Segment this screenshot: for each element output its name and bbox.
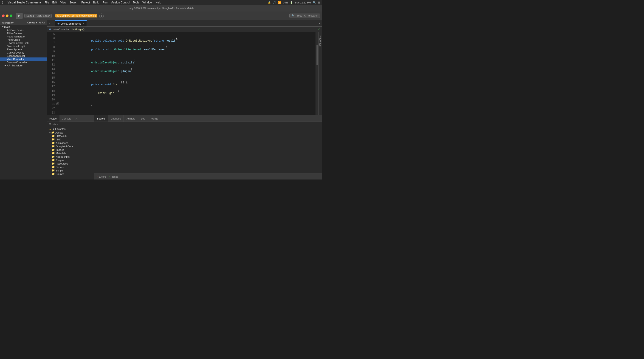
maximize-button[interactable] — [10, 15, 12, 17]
all-button[interactable]: ⊗ All — [39, 21, 45, 24]
properties-tab[interactable]: Properties — [318, 33, 322, 48]
hierarchy-item-envlight[interactable]: Environmental Light — [0, 41, 47, 45]
warning-badge: ⚠ GoogleAR.sln is already opened — [55, 14, 98, 18]
assets-item[interactable]: ▼ 📁 Assets — [47, 131, 94, 134]
collapse-gutter: + — [56, 32, 60, 115]
hierarchy-label: Point Cloud — [7, 38, 20, 41]
code-line-6: public delegate void OnResultRecieved(st… — [61, 37, 314, 45]
search-icon: 🔍 — [292, 14, 295, 17]
tab-prev-button[interactable]: ‹ — [48, 21, 51, 26]
create-button[interactable]: Create ▾ — [27, 21, 37, 24]
hierarchy-item-artransform[interactable]: ▶ AR_Transform — [0, 64, 47, 67]
errors-status[interactable]: ✕ Errors — [96, 175, 106, 178]
collapse-button[interactable]: + — [56, 103, 59, 105]
project-tab[interactable]: Project — [47, 115, 60, 122]
code-line-7: public static OnResultRecieved resultRec… — [61, 45, 314, 54]
hierarchy-item-browsercontroller[interactable]: BrowserController — [0, 61, 47, 64]
code-content[interactable]: public delegate void OnResultRecieved(st… — [60, 32, 316, 115]
resources-item[interactable]: 📁 Resources — [47, 162, 94, 165]
code-line-9: AndroidJavaObject activity; — [61, 58, 314, 67]
minimize-button[interactable] — [6, 15, 8, 17]
hierarchy-label: BrowserController — [7, 61, 27, 64]
code-editor[interactable]: 5 6 7 8 9 10 11 12 13 14 15 16 17 18 — [47, 32, 318, 115]
menu-edit[interactable]: Edit — [52, 1, 57, 4]
folder-icon: 📁 — [52, 134, 55, 137]
mk-item[interactable]: 📁 _MK — [47, 138, 94, 141]
materials-item[interactable]: 📁 Materials — [47, 151, 94, 155]
toolbar: ▶ Debug › Unity Editor ⚠ GoogleAR.sln is… — [0, 12, 322, 20]
breadcrumb-method: InitPlugin() — [72, 28, 84, 31]
console-tab[interactable]: Console — [60, 115, 73, 122]
menu-tools[interactable]: Tools — [133, 1, 139, 4]
log-tab[interactable]: Log — [138, 115, 148, 122]
hierarchy-label: EventSystem — [7, 48, 22, 51]
hierarchy-label: AR_Transform — [7, 64, 23, 67]
authors-tab[interactable]: Authors — [124, 115, 138, 122]
menu-file[interactable]: File — [44, 1, 49, 4]
hierarchy-item-canvasoverlay[interactable]: CanvasOverlay — [0, 51, 47, 54]
folder-icon: 📁 — [52, 138, 55, 141]
changes-tab[interactable]: Changes — [108, 115, 124, 122]
create-asset-button[interactable]: Create ▾ — [49, 123, 58, 126]
info-button[interactable]: i — [99, 14, 104, 18]
googlearcore-item[interactable]: 📁 GoogleARCore — [47, 145, 94, 148]
menu-window[interactable]: Window — [142, 1, 152, 4]
menu-build[interactable]: Build — [93, 1, 99, 4]
close-button[interactable] — [2, 15, 4, 17]
menu-search[interactable]: Search — [69, 1, 78, 4]
menu-run[interactable]: Run — [102, 1, 108, 4]
error-icon: ✕ — [96, 175, 98, 178]
breadcrumb-icon: ◉ — [49, 28, 51, 31]
tasks-status[interactable]: ✓ Tasks — [109, 175, 118, 178]
folder-icon: 📁 — [52, 172, 55, 175]
animations-item[interactable]: 📁 Animations — [47, 141, 94, 145]
asset-list: ★ ★ Favorites ▼ 📁 Assets 📁 — [47, 127, 94, 180]
hierarchy-item-pointcloud[interactable]: Point Cloud — [0, 38, 47, 41]
mac-menubar:  Visual Studio Community File Edit View… — [0, 0, 322, 5]
hierarchy-label: Environmental Light — [7, 42, 29, 44]
tab-close-button[interactable]: × — [83, 22, 84, 25]
bottom-left-panel: Project Console A Create ▾ — [47, 115, 94, 180]
sounds-item[interactable]: 📁 Sounds — [47, 172, 94, 176]
folder-icon: 📁 — [52, 141, 55, 144]
menu-items: File Edit View Search Project Build Run … — [44, 1, 161, 4]
tab-next-button[interactable]: › — [52, 21, 54, 26]
breadcrumb-class: VoiceController — [52, 28, 70, 31]
hierarchy-item-dirlight[interactable]: Directional Light — [0, 45, 47, 48]
tab-dropdown-button[interactable]: ▾ — [317, 20, 322, 27]
merge-tab[interactable]: Merge — [148, 115, 161, 122]
arrow-icon: ▼ — [49, 131, 51, 134]
menu-view[interactable]: View — [60, 1, 66, 4]
voice-controller-tab[interactable]: ◉ VoiceController.cs × — [55, 20, 87, 27]
play-button[interactable]: ▶ — [16, 13, 22, 19]
hierarchy-item-planegenerator[interactable]: Plane Generator — [0, 35, 47, 38]
source-tab[interactable]: Source — [94, 115, 108, 122]
debug-breadcrumb[interactable]: Debug › Unity Editor — [24, 14, 52, 18]
search-bar[interactable]: 🔍 Press '⌘.' to search — [290, 14, 320, 18]
hierarchy-item-editorcamera[interactable]: EditorCamera — [0, 32, 47, 35]
scenes-item[interactable]: 📁 Scenes — [47, 165, 94, 169]
hierarchy-label: SceneController — [7, 55, 25, 57]
hierarchy-item-scenecontroller[interactable]: SceneController — [0, 54, 47, 58]
code-line-5 — [61, 32, 314, 37]
hierarchy-item-arcore[interactable]: ARCore Device — [0, 29, 47, 32]
menu-project[interactable]: Project — [81, 1, 90, 4]
code-line-11 — [61, 76, 314, 80]
hierarchy-item-voicecontroller[interactable]: VoiceController — [0, 58, 47, 61]
images-item[interactable]: 📁 Images — [47, 148, 94, 151]
3dmodels-item[interactable]: 📁 3DModels — [47, 134, 94, 138]
hierarchy-item-eventsystem[interactable]: EventSystem — [0, 48, 47, 51]
scripts-item[interactable]: 📁 Scripts — [47, 169, 94, 172]
menu-version-control[interactable]: Version Control — [111, 1, 130, 4]
hierarchy-item-main[interactable]: ▼ main — [0, 25, 47, 29]
asset-tab[interactable]: A — [74, 115, 80, 122]
nodescripts-item[interactable]: 📁 NodeScripts — [47, 155, 94, 158]
asset-toolbar: Create ▾ — [47, 122, 94, 127]
favorites-item[interactable]: ★ ★ Favorites — [47, 127, 94, 131]
traffic-lights — [2, 15, 12, 17]
editor-scrollbar[interactable] — [316, 32, 318, 115]
tab-bar: ‹ › ◉ VoiceController.cs × ▾ — [47, 20, 322, 27]
menu-help[interactable]: Help — [156, 1, 161, 4]
plugins-item[interactable]: 📁 Plugins — [47, 158, 94, 162]
hierarchy-label: EditorCamera — [7, 32, 22, 35]
